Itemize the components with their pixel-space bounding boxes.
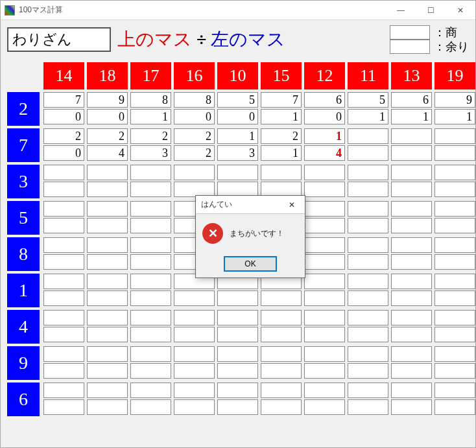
- remainder-input[interactable]: [391, 145, 432, 161]
- remainder-input[interactable]: [434, 218, 475, 233]
- remainder-input[interactable]: [43, 363, 84, 379]
- remainder-input[interactable]: [348, 145, 388, 161]
- quotient-input[interactable]: [217, 310, 258, 325]
- quotient-input[interactable]: [130, 165, 171, 180]
- remainder-input[interactable]: [130, 290, 171, 306]
- remainder-input[interactable]: [174, 363, 215, 379]
- remainder-input[interactable]: [87, 399, 128, 415]
- quotient-input[interactable]: [391, 237, 432, 253]
- remainder-input[interactable]: [304, 145, 345, 161]
- quotient-input[interactable]: [391, 346, 432, 362]
- quotient-input[interactable]: [304, 128, 345, 144]
- quotient-input[interactable]: [43, 274, 84, 289]
- remainder-input[interactable]: [174, 327, 215, 342]
- quotient-input[interactable]: [304, 310, 345, 325]
- remainder-input[interactable]: [261, 290, 302, 306]
- quotient-input[interactable]: [217, 128, 258, 144]
- remainder-input[interactable]: [304, 327, 345, 342]
- remainder-input[interactable]: [434, 399, 475, 415]
- remainder-input[interactable]: [174, 290, 215, 306]
- quotient-input[interactable]: [174, 383, 215, 398]
- quotient-input[interactable]: [304, 383, 345, 398]
- quotient-input[interactable]: [87, 201, 128, 217]
- quotient-input[interactable]: [348, 237, 388, 253]
- remainder-input[interactable]: [261, 327, 302, 342]
- remainder-input[interactable]: [304, 254, 345, 270]
- remainder-input[interactable]: [261, 399, 302, 415]
- quotient-input[interactable]: [348, 165, 388, 180]
- remainder-input[interactable]: [130, 218, 171, 233]
- quotient-input[interactable]: [391, 274, 432, 289]
- quotient-input[interactable]: [391, 310, 432, 325]
- quotient-input[interactable]: [174, 128, 215, 144]
- remainder-input[interactable]: [391, 363, 432, 379]
- remainder-input[interactable]: [87, 254, 128, 270]
- remainder-input[interactable]: [391, 218, 432, 233]
- quotient-input[interactable]: [304, 92, 345, 108]
- quotient-input[interactable]: [43, 237, 84, 253]
- quotient-input[interactable]: [43, 128, 84, 144]
- quotient-input[interactable]: [434, 237, 475, 253]
- quotient-input[interactable]: [304, 201, 345, 217]
- remainder-input[interactable]: [217, 145, 258, 161]
- quotient-input[interactable]: [304, 237, 345, 253]
- quotient-input[interactable]: [348, 383, 388, 398]
- remainder-input[interactable]: [43, 182, 84, 197]
- remainder-input[interactable]: [174, 399, 215, 415]
- remainder-input[interactable]: [87, 363, 128, 379]
- quotient-input[interactable]: [43, 310, 84, 325]
- quotient-input[interactable]: [130, 383, 171, 398]
- remainder-input[interactable]: [43, 327, 84, 342]
- quotient-input[interactable]: [130, 201, 171, 217]
- remainder-input[interactable]: [174, 145, 215, 161]
- remainder-input[interactable]: [217, 109, 258, 124]
- quotient-input[interactable]: [174, 165, 215, 180]
- quotient-input[interactable]: [261, 92, 302, 108]
- remainder-input[interactable]: [130, 254, 171, 270]
- remainder-input[interactable]: [87, 182, 128, 197]
- quotient-input[interactable]: [87, 274, 128, 289]
- quotient-input[interactable]: [87, 237, 128, 253]
- remainder-input[interactable]: [130, 109, 171, 124]
- remainder-input[interactable]: [434, 182, 475, 197]
- remainder-input[interactable]: [217, 399, 258, 415]
- quotient-input[interactable]: [217, 346, 258, 362]
- ok-button[interactable]: OK: [224, 257, 276, 271]
- remainder-input[interactable]: [304, 109, 345, 124]
- quotient-input[interactable]: [434, 128, 475, 144]
- quotient-input[interactable]: [87, 346, 128, 362]
- remainder-input[interactable]: [391, 109, 432, 124]
- remainder-input[interactable]: [434, 290, 475, 306]
- remainder-input[interactable]: [391, 254, 432, 270]
- remainder-input[interactable]: [87, 109, 128, 124]
- quotient-input[interactable]: [261, 310, 302, 325]
- quotient-input[interactable]: [434, 310, 475, 325]
- remainder-input[interactable]: [434, 363, 475, 379]
- remainder-input[interactable]: [43, 218, 84, 233]
- close-button[interactable]: ✕: [446, 1, 475, 20]
- remainder-input[interactable]: [348, 290, 388, 306]
- remainder-input[interactable]: [87, 327, 128, 342]
- remainder-input[interactable]: [43, 109, 84, 124]
- remainder-input[interactable]: [87, 218, 128, 233]
- remainder-input[interactable]: [348, 363, 388, 379]
- quotient-input[interactable]: [87, 310, 128, 325]
- quotient-input[interactable]: [348, 201, 388, 217]
- remainder-input[interactable]: [348, 218, 388, 233]
- remainder-input[interactable]: [304, 363, 345, 379]
- quotient-input[interactable]: [348, 92, 388, 108]
- quotient-input[interactable]: [87, 128, 128, 144]
- quotient-input[interactable]: [130, 128, 171, 144]
- remainder-input[interactable]: [391, 399, 432, 415]
- quotient-input[interactable]: [43, 92, 84, 108]
- quotient-input[interactable]: [391, 92, 432, 108]
- remainder-input[interactable]: [43, 399, 84, 415]
- quotient-input[interactable]: [261, 383, 302, 398]
- quotient-input[interactable]: [304, 165, 345, 180]
- remainder-input[interactable]: [391, 290, 432, 306]
- remainder-input[interactable]: [304, 290, 345, 306]
- remainder-input[interactable]: [304, 399, 345, 415]
- quotient-input[interactable]: [217, 92, 258, 108]
- quotient-input[interactable]: [130, 346, 171, 362]
- quotient-input[interactable]: [391, 383, 432, 398]
